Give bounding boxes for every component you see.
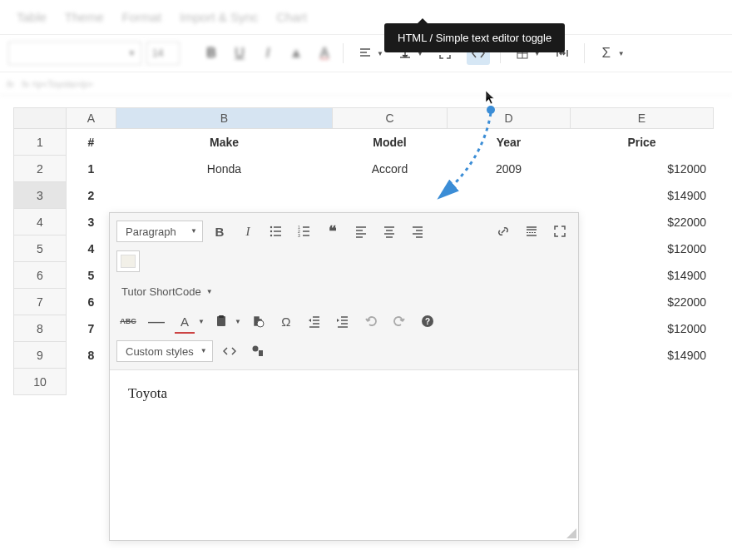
italic-icon[interactable]: I [256,42,279,65]
cell[interactable]: $14900 [571,182,714,209]
align-center-icon[interactable] [378,220,401,243]
text-color-icon[interactable]: A [313,42,336,65]
cell[interactable]: $12000 [571,156,714,182]
indent-icon[interactable] [331,310,354,333]
cell-editor-popup: Paragraph B I 123 ❝ [109,212,579,541]
cell[interactable] [448,182,571,209]
image-icon[interactable] [116,250,140,272]
cell[interactable]: 2009 [448,156,571,182]
svg-rect-9 [219,315,224,318]
editor-content[interactable]: Toyota [110,370,578,540]
col-header[interactable]: A [67,107,116,129]
resize-handle[interactable] [566,528,576,538]
help-icon[interactable]: ? [416,310,439,333]
caret-down-icon[interactable]: ▼ [235,318,241,325]
menu-item[interactable]: Theme [65,10,104,24]
svg-point-13 [252,346,258,352]
row-header[interactable]: 1 [13,129,67,156]
strikethrough-icon[interactable]: ABC [116,310,140,333]
media-icon[interactable] [246,339,270,363]
cell[interactable]: 2 [67,182,116,209]
block-format-select[interactable]: Paragraph [116,221,203,242]
blockquote-icon[interactable]: ❝ [321,220,344,243]
font-size-input[interactable]: 14 [146,42,180,65]
cell[interactable]: Price [571,129,714,156]
special-char-icon[interactable]: Ω [274,310,298,333]
cell[interactable]: Model [333,129,448,156]
link-icon[interactable] [492,220,515,243]
sigma-icon[interactable]: Σ [595,42,618,65]
outdent-icon[interactable] [303,310,326,333]
bold-icon[interactable]: B [208,220,231,243]
redo-icon[interactable] [388,310,411,333]
cell[interactable]: $14900 [571,262,714,289]
column-headers: A B C D E [67,107,715,129]
cell[interactable]: Make [116,129,333,156]
cell[interactable]: 1 [67,156,116,182]
code-icon[interactable] [218,339,241,363]
row-header[interactable]: 10 [13,369,67,395]
fullscreen-icon[interactable] [548,220,571,243]
cell[interactable]: $22000 [571,289,714,315]
col-header[interactable]: D [448,107,571,129]
undo-icon[interactable] [359,310,383,333]
custom-styles-select[interactable]: Custom styles [116,340,213,362]
insert-more-icon[interactable] [520,220,543,243]
col-header[interactable]: C [333,107,448,129]
table-row: 2 $14900 [67,182,715,209]
menubar: Table Theme Format Import & Sync Chart [0,0,732,34]
fill-color-icon[interactable] [284,42,308,65]
col-header[interactable]: E [571,107,714,129]
row-header[interactable]: 7 [13,289,67,315]
row-header[interactable]: 3 [13,182,67,209]
col-header[interactable]: B [116,107,333,129]
underline-icon[interactable]: U [228,42,251,65]
tutor-shortcode-select[interactable]: Tutor ShortCode [116,280,218,302]
cell[interactable]: Accord [333,156,448,182]
cell[interactable]: Year [448,129,571,156]
clear-format-icon[interactable] [246,310,270,333]
tooltip: HTML / Simple text editor toggle [384,23,565,52]
formula-bar[interactable]: fx fx =p<Toyota>/p> [0,72,732,96]
row-header[interactable]: 6 [13,262,67,289]
table-row: 1 Honda Accord 2009 $12000 [67,156,715,182]
italic-icon[interactable]: I [236,220,260,243]
paste-icon[interactable] [210,310,233,333]
caret-down-icon[interactable]: ▼ [198,318,205,325]
horizontal-rule-icon[interactable]: — [145,310,168,333]
cell[interactable]: Honda [116,156,333,182]
svg-point-4 [270,235,272,236]
main-toolbar: ▼ 14 B U I A ▼ ▼ [0,34,732,72]
cell[interactable]: $22000 [571,209,714,235]
font-family-select[interactable]: ▼ [8,42,141,65]
svg-point-10 [257,320,264,327]
align-left-icon[interactable] [349,220,373,243]
align-right-icon[interactable] [406,220,429,243]
caret-down-icon[interactable]: ▼ [618,50,625,57]
cell[interactable]: $12000 [571,235,714,262]
row-header[interactable]: 4 [13,209,67,235]
row-header[interactable]: 2 [13,156,67,182]
menu-item[interactable]: Format [122,10,162,24]
row-header[interactable]: 8 [13,315,67,342]
svg-text:?: ? [425,317,430,326]
menu-item[interactable]: Import & Sync [180,10,258,24]
menu-item[interactable]: Table [17,10,47,24]
cell[interactable]: # [67,129,116,156]
select-all-corner[interactable] [13,107,67,129]
row-header[interactable]: 5 [13,235,67,262]
bullet-list-icon[interactable] [265,220,288,243]
bold-icon[interactable]: B [200,42,223,65]
svg-text:3: 3 [298,233,300,238]
menu-item[interactable]: Chart [276,10,307,24]
caret-down-icon[interactable]: ▼ [377,50,383,57]
text-color-icon[interactable]: A [173,310,196,333]
cell[interactable] [333,182,448,209]
cell[interactable] [116,182,333,209]
cell[interactable]: $12000 [571,315,714,342]
row-header[interactable]: 9 [13,342,67,369]
svg-point-3 [270,230,272,232]
align-horizontal-icon[interactable] [354,42,377,65]
numbered-list-icon[interactable]: 123 [293,220,316,243]
cell[interactable]: $14900 [571,342,714,369]
